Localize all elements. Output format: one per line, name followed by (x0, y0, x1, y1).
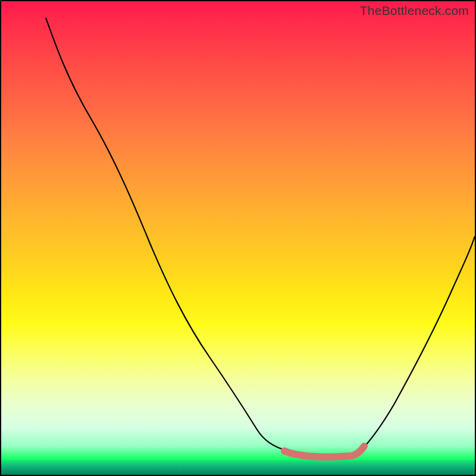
highlight-band (284, 446, 364, 457)
bottleneck-curve-right (358, 236, 475, 453)
bottleneck-curve-left (46, 18, 287, 450)
highlight-dot-left (281, 447, 288, 455)
curve-svg (1, 1, 476, 476)
watermark-text: TheBottleneck.com (360, 4, 469, 18)
chart-frame: TheBottleneck.com (0, 0, 476, 476)
